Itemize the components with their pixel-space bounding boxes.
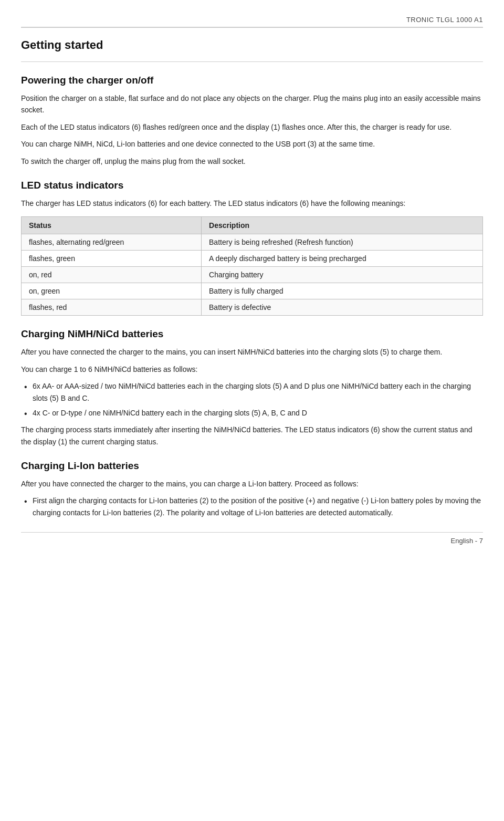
table-cell-description: Battery is being refreshed (Refresh func…: [202, 234, 483, 251]
powering-para-1: Position the charger on a stable, flat s…: [21, 92, 483, 116]
table-cell-status: on, green: [22, 283, 202, 299]
liion-para-1: After you have connected the charger to …: [21, 478, 483, 490]
nimh-para-1: After you have connected the charger to …: [21, 346, 483, 358]
table-row: flashes, greenA deeply discharged batter…: [22, 251, 483, 267]
liion-bullet-list: First align the charging contacts for Li…: [21, 495, 483, 518]
table-cell-description: A deeply discharged battery is being pre…: [202, 251, 483, 267]
nimh-closing: The charging process starts immediately …: [21, 424, 483, 448]
header-title: TRONIC TLGL 1000 A1: [406, 16, 483, 24]
led-status-table: Status Description flashes, alternating …: [21, 216, 483, 316]
table-row: flashes, redBattery is defective: [22, 299, 483, 316]
list-item: 6x AA- or AAA-sized / two NiMH/NiCd batt…: [21, 380, 483, 404]
table-row: on, greenBattery is fully charged: [22, 283, 483, 299]
table-cell-description: Charging battery: [202, 267, 483, 283]
section-divider: [21, 61, 483, 62]
page-wrapper: TRONIC TLGL 1000 A1 Getting started Powe…: [0, 0, 504, 555]
list-item: First align the charging contacts for Li…: [21, 495, 483, 518]
page-header: TRONIC TLGL 1000 A1: [21, 16, 483, 28]
table-cell-description: Battery is defective: [202, 299, 483, 316]
nimh-para-2: You can charge 1 to 6 NiMH/NiCd batterie…: [21, 363, 483, 375]
table-header-status: Status: [22, 217, 202, 234]
nimh-heading: Charging NiMH/NiCd batteries: [21, 328, 483, 340]
table-cell-status: flashes, alternating red/green: [22, 234, 202, 251]
footer-label: English - 7: [451, 537, 483, 545]
powering-para-3: You can charge NiMH, NiCd, Li-Ion batter…: [21, 138, 483, 150]
table-cell-description: Battery is fully charged: [202, 283, 483, 299]
getting-started-heading: Getting started: [21, 38, 483, 52]
table-header-description: Description: [202, 217, 483, 234]
table-cell-status: on, red: [22, 267, 202, 283]
table-row: on, redCharging battery: [22, 267, 483, 283]
page-footer: English - 7: [21, 532, 483, 545]
powering-para-2: Each of the LED status indicators (6) fl…: [21, 121, 483, 133]
powering-para-4: To switch the charger off, unplug the ma…: [21, 155, 483, 167]
table-row: flashes, alternating red/greenBattery is…: [22, 234, 483, 251]
table-cell-status: flashes, green: [22, 251, 202, 267]
led-heading: LED status indicators: [21, 180, 483, 191]
list-item: 4x C- or D-type / one NiMH/NiCd battery …: [21, 407, 483, 419]
led-intro: The charger has LED status indicators (6…: [21, 198, 483, 209]
powering-heading: Powering the charger on/off: [21, 75, 483, 86]
nimh-bullet-list: 6x AA- or AAA-sized / two NiMH/NiCd batt…: [21, 380, 483, 419]
liion-heading: Charging Li-Ion batteries: [21, 460, 483, 472]
table-cell-status: flashes, red: [22, 299, 202, 316]
